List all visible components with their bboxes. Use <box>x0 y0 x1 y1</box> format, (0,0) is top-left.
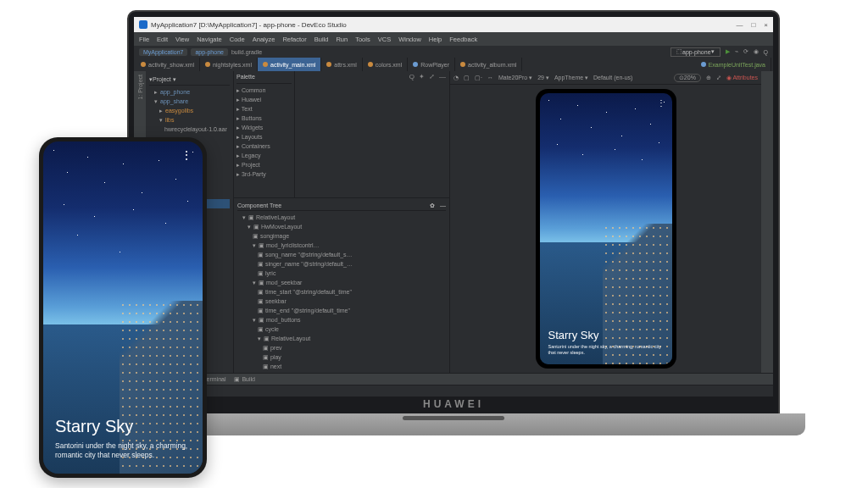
zoom-in-icon[interactable]: ⊕ <box>706 75 711 81</box>
palette-category[interactable]: ▸ Layouts <box>236 132 292 141</box>
component-tree-settings-icon[interactable]: ✿ <box>430 202 435 209</box>
api-selector[interactable]: 29 ▾ <box>537 75 549 81</box>
tab-activity-album[interactable]: activity_album.xml <box>455 58 522 71</box>
palette-category[interactable]: ▸ Text <box>236 104 292 114</box>
component-tree-item[interactable]: ▣ song_name "@string/default_s… <box>237 250 446 259</box>
palette-category[interactable]: ▸ Legacy <box>236 151 292 160</box>
build-button[interactable]: ▣ Build <box>234 376 255 383</box>
tab-activity-main[interactable]: activity_main.xml <box>258 58 321 71</box>
palette-category[interactable]: ▸ Containers <box>236 141 292 151</box>
palette-category[interactable]: ▸ Widgets <box>236 123 292 132</box>
component-tree-item[interactable]: ▣ play <box>237 352 446 362</box>
project-tool-button[interactable]: 1: Project <box>137 75 143 100</box>
preview-subtitle: Santorini under the night sky, a charmin… <box>548 344 664 356</box>
design-canvas[interactable]: ⋮ Starry Sky Santorini under the night s… <box>450 85 761 373</box>
run-config-selector[interactable]: ⬚ app-phone ▾ <box>670 47 720 57</box>
menu-window[interactable]: Window <box>398 36 421 43</box>
phone-sky <box>43 141 203 291</box>
phone-title: Starry Sky <box>55 417 191 436</box>
view-mode-icon[interactable]: ▢· <box>475 75 482 81</box>
attributes-panel-button[interactable]: ◉ Attributes <box>726 75 758 81</box>
tab-attrs[interactable]: attrs.xml <box>321 58 362 71</box>
preview-menu-icon: ⋮ <box>657 98 665 108</box>
menu-vcs[interactable]: VCS <box>378 36 391 43</box>
menu-refactor[interactable]: Refactor <box>282 36 306 43</box>
menu-run[interactable]: Run <box>336 36 348 43</box>
component-tree-item[interactable]: ▾ ▣ RelativeLayout <box>237 213 446 222</box>
debug-button[interactable]: ⌁ <box>735 48 738 55</box>
menu-navigate[interactable]: Navigate <box>197 36 222 43</box>
tab-rowplayer[interactable]: RowPlayer <box>408 58 455 71</box>
project-panel-header[interactable]: ▾ Project ▾ <box>149 74 230 86</box>
component-tree-item[interactable]: ▣ songimage <box>237 231 446 241</box>
zoom-fit-icon[interactable]: ⤢ <box>716 75 721 81</box>
menu-analyze[interactable]: Analyze <box>253 36 275 43</box>
theme-selector[interactable]: AppTheme ▾ <box>554 75 588 81</box>
tab-colors[interactable]: colors.xml <box>363 58 409 71</box>
device-preview-frame: ⋮ Starry Sky Santorini under the night s… <box>536 89 676 369</box>
project-tree-item[interactable]: ▸easygolibs <box>149 106 230 115</box>
tab-activity-show[interactable]: activity_show.xml <box>136 58 200 71</box>
component-tree-title: Component Tree <box>237 202 281 208</box>
component-tree-item[interactable]: ▣ cycle <box>237 324 446 334</box>
component-tree-item[interactable]: ▣ next <box>237 362 446 371</box>
palette-category[interactable]: ▸ Common <box>236 86 292 95</box>
laptop-screen: MyApplication7 [D:\MyApplication7] - app… <box>127 10 780 415</box>
component-tree-item[interactable]: ▣ time_start "@string/default_time" <box>237 287 446 297</box>
menu-file[interactable]: File <box>139 36 149 43</box>
tab-example-unit-test[interactable]: ExampleUnitTest.java <box>696 58 771 71</box>
component-tree-item[interactable]: ▾ ▣ mod_seekbar <box>237 278 446 287</box>
palette-category[interactable]: ▸ Project <box>236 160 292 169</box>
palette-category[interactable]: ▸ Huawei <box>236 95 292 104</box>
run-button[interactable]: ▶ <box>726 48 730 55</box>
palette-settings-icon[interactable]: ✦ <box>419 73 425 80</box>
view-mode-icon[interactable]: ◔ <box>453 75 459 81</box>
palette-minimize-icon[interactable]: — <box>439 73 446 80</box>
palette-category[interactable]: ▸ Buttons <box>236 114 292 123</box>
component-tree-item[interactable]: ▾ ▣ mod_buttons <box>237 315 446 324</box>
toolbar-icon[interactable]: Q <box>764 49 768 55</box>
menu-edit[interactable]: Edit <box>157 36 168 43</box>
maximize-button[interactable]: □ <box>751 21 755 29</box>
phone-menu-icon[interactable]: ⋮ <box>181 148 192 162</box>
component-tree-minimize-icon[interactable]: — <box>440 202 446 208</box>
view-mode-icon[interactable]: ▢ <box>464 75 470 81</box>
project-tree-item[interactable]: hwrecyclelayout-1.0.aar <box>149 125 230 134</box>
component-tree-item[interactable]: ▣ seekbar <box>237 297 446 306</box>
palette-title: Palette <box>236 74 292 84</box>
toolbar-icon[interactable]: ⟳ <box>743 48 748 55</box>
menu-tools[interactable]: Tools <box>355 36 370 43</box>
minimize-button[interactable]: — <box>736 21 743 29</box>
component-tree-item[interactable]: ▾ ▣ RelativeLayout <box>237 334 446 343</box>
design-preview-panel: ◔ ▢ ▢· ↔ Mate20Pro ▾ 29 ▾ AppTheme ▾ Def… <box>449 71 761 373</box>
palette-expand-icon[interactable]: ⤢ <box>429 73 435 80</box>
breadcrumb-project[interactable]: MyApplication7 <box>139 48 187 56</box>
window-titlebar: MyApplication7 [D:\MyApplication7] - app… <box>134 17 773 32</box>
palette-search-icon[interactable]: Q <box>409 73 415 80</box>
close-button[interactable]: × <box>764 21 768 29</box>
tab-nightstyles[interactable]: nightstyles.xml <box>200 58 258 71</box>
component-tree-item[interactable]: ▾ ▣ mod_lyriclistcontrl… <box>237 241 446 250</box>
device-selector[interactable]: Mate20Pro ▾ <box>498 75 532 81</box>
toolbar-icon[interactable]: ◉ <box>754 48 759 55</box>
breadcrumb-module[interactable]: app-phone <box>191 48 227 56</box>
menu-feedback[interactable]: Feedback <box>449 36 477 43</box>
device-preview-screen: ⋮ Starry Sky Santorini under the night s… <box>540 93 672 364</box>
component-tree-item[interactable]: ▣ lyric <box>237 269 446 278</box>
palette-category[interactable]: ▸ 3rd-Party <box>236 169 292 179</box>
project-tree-item[interactable]: ▾libs <box>149 115 230 125</box>
locale-selector[interactable]: Default (en-us) <box>593 75 632 80</box>
menu-help[interactable]: Help <box>429 36 442 43</box>
orientation-icon[interactable]: ↔ <box>487 75 493 80</box>
menu-build[interactable]: Build <box>314 36 329 43</box>
menu-code[interactable]: Code <box>230 36 245 43</box>
component-tree-item[interactable]: ▣ prev <box>237 343 446 352</box>
project-tree-item[interactable]: ▾app_share <box>149 97 230 106</box>
breadcrumb-file[interactable]: build.gradle <box>231 49 262 55</box>
zoom-indicator[interactable]: ⊙ 20% <box>674 74 701 82</box>
component-tree-item[interactable]: ▾ ▣ HwMoveLayout <box>237 222 446 231</box>
component-tree-item[interactable]: ▣ singer_name "@string/default_… <box>237 259 446 269</box>
menu-view[interactable]: View <box>175 36 189 43</box>
component-tree-item[interactable]: ▣ time_end "@string/default_time" <box>237 306 446 315</box>
project-tree-item[interactable]: ▸app_phone <box>149 87 230 97</box>
